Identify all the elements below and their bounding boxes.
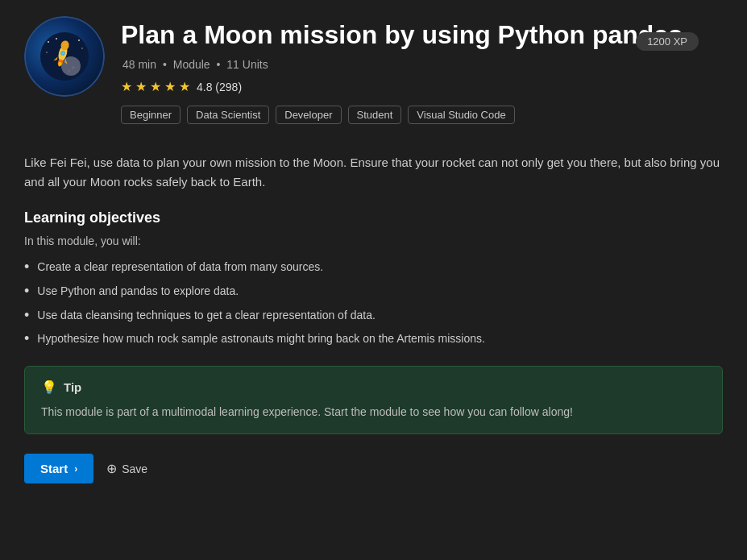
duration: 48 min xyxy=(122,58,156,71)
tag-student[interactable]: Student xyxy=(348,106,402,124)
xp-badge: 1200 XP xyxy=(636,32,699,51)
separator-2: • xyxy=(217,58,224,71)
rating-count: (298) xyxy=(215,81,242,93)
objective-2: Use Python and pandas to explore data. xyxy=(24,283,723,301)
units-count: 11 Units xyxy=(226,58,268,71)
save-label: Save xyxy=(122,463,147,475)
star-4: ★ xyxy=(164,79,176,94)
tip-header: 💡 Tip xyxy=(41,380,706,395)
save-icon: ⊕ xyxy=(106,461,117,476)
module-meta: 48 min • Module • 11 Units xyxy=(121,58,723,71)
learning-objectives-title: Learning objectives xyxy=(24,209,723,226)
objective-3: Use data cleansing techniques to get a c… xyxy=(24,307,723,325)
svg-point-6 xyxy=(46,52,48,53)
star-5: ★ xyxy=(179,79,190,94)
rating-number: 4.8 xyxy=(197,81,212,93)
star-1: ★ xyxy=(121,79,132,94)
rating-value: 4.8 (298) xyxy=(197,81,242,93)
tag-developer[interactable]: Developer xyxy=(276,106,341,124)
module-illustration xyxy=(40,32,89,81)
svg-point-8 xyxy=(81,48,83,49)
svg-point-7 xyxy=(78,39,80,41)
svg-point-4 xyxy=(48,41,49,43)
star-3: ★ xyxy=(150,79,161,94)
star-2: ★ xyxy=(135,79,147,94)
start-label: Start xyxy=(40,462,68,475)
tag-data-scientist[interactable]: Data Scientist xyxy=(187,106,269,124)
tags-container: Beginner Data Scientist Developer Studen… xyxy=(121,106,723,124)
module-icon xyxy=(24,16,105,97)
module-header: Plan a Moon mission by using Python pand… xyxy=(24,16,723,140)
tip-label: Tip xyxy=(64,380,81,394)
separator-1: • xyxy=(163,58,170,71)
tip-text: This module is part of a multimodal lear… xyxy=(41,403,706,421)
save-button[interactable]: ⊕ Save xyxy=(106,461,147,476)
page-container: 1200 XP xyxy=(24,16,723,483)
module-description: Like Fei Fei, use data to plan your own … xyxy=(24,153,723,192)
header-content: Plan a Moon mission by using Python pand… xyxy=(121,16,723,140)
chevron-right-icon: › xyxy=(74,463,77,475)
module-title: Plan a Moon mission by using Python pand… xyxy=(121,19,723,50)
objective-1: Create a clear representation of data fr… xyxy=(24,259,723,276)
tag-beginner[interactable]: Beginner xyxy=(121,106,181,124)
module-icon-inner xyxy=(24,16,105,97)
svg-point-3 xyxy=(68,70,71,73)
actions-bar: Start › ⊕ Save xyxy=(24,454,723,483)
tip-box: 💡 Tip This module is part of a multimoda… xyxy=(24,366,723,434)
module-type: Module xyxy=(173,58,210,71)
svg-point-5 xyxy=(56,38,57,39)
objectives-list: Create a clear representation of data fr… xyxy=(24,259,723,347)
tag-visual-studio-code[interactable]: Visual Studio Code xyxy=(408,106,514,124)
svg-point-2 xyxy=(72,66,75,69)
start-button[interactable]: Start › xyxy=(24,454,93,483)
objective-4: Hypothesize how much rock sample astrona… xyxy=(24,330,723,348)
learning-intro: In this module, you will: xyxy=(24,234,723,247)
tip-icon: 💡 xyxy=(41,380,57,395)
rating-stars: ★ ★ ★ ★ ★ 4.8 (298) xyxy=(121,79,723,94)
